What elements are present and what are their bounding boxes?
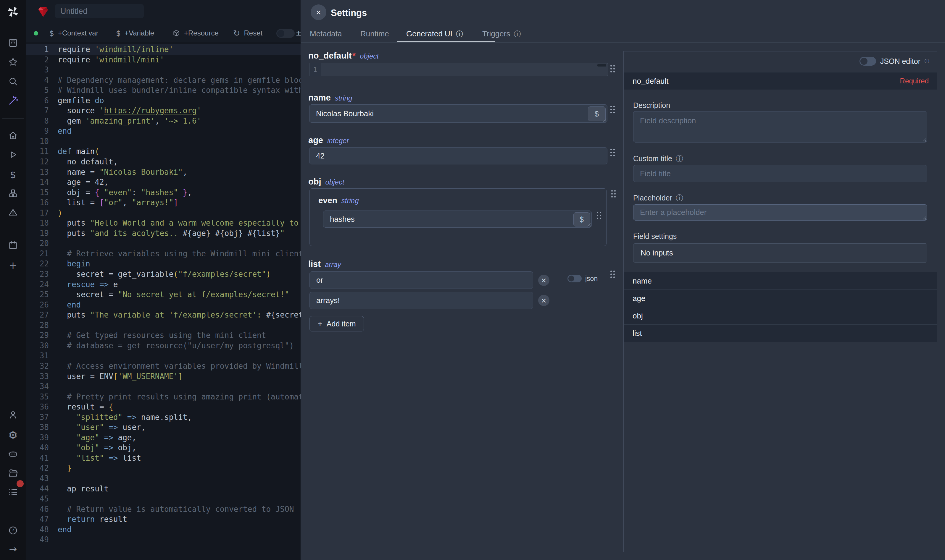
code-line[interactable]: 40 "obj" => obj,	[26, 443, 301, 453]
code-line[interactable]: 30 # database = get_resource("u/user/my_…	[26, 341, 301, 351]
resize-handle[interactable]	[586, 222, 591, 227]
json-toggle[interactable]	[567, 275, 582, 282]
tab-metadata[interactable]: Metadata	[310, 26, 342, 42]
mini-editor-scrollbar[interactable]	[597, 64, 606, 66]
code-line[interactable]: 16 list = ["or", "arrays!"]	[26, 197, 301, 208]
name-input[interactable]	[309, 105, 607, 123]
star-icon[interactable]	[0, 57, 26, 67]
field-row-age[interactable]: age	[624, 290, 937, 307]
field-row-list[interactable]: list	[624, 325, 937, 342]
code-line[interactable]: 46 # Return value is automatically conve…	[26, 504, 301, 514]
tab-runtime[interactable]: Runtime	[360, 26, 389, 42]
code-line[interactable]: 43	[26, 473, 301, 484]
code-line[interactable]: 47 return result	[26, 514, 301, 525]
even-input[interactable]	[323, 211, 592, 228]
code-line[interactable]: 15 obj = { "even": "hashes" },	[26, 188, 301, 198]
code-line[interactable]: 38 "user" => user,	[26, 422, 301, 432]
play-icon[interactable]	[0, 149, 26, 160]
code-line[interactable]: 29 # Get typed resources using the mini …	[26, 330, 301, 341]
code-line[interactable]: 8 gem 'amazing_print', '~> 1.6'	[26, 116, 301, 126]
code-line[interactable]: 10	[26, 136, 301, 147]
add-context-var-button[interactable]: $ +Context var	[49, 24, 99, 42]
code-line[interactable]: 1require 'windmill/inline'	[26, 45, 301, 55]
drag-handle[interactable]	[610, 149, 615, 156]
code-line[interactable]: 6gemfile do	[26, 95, 301, 106]
code-line[interactable]: 7 source 'https://rubygems.org'	[26, 106, 301, 116]
field-row-obj[interactable]: obj	[624, 307, 937, 325]
placeholder-input[interactable]	[633, 204, 927, 221]
code-line[interactable]: 45	[26, 494, 301, 504]
code-line[interactable]: 19 puts "and its acolytes.. #{age} #{obj…	[26, 228, 301, 238]
arrow-right-icon[interactable]: →	[0, 543, 26, 555]
user-icon[interactable]	[0, 410, 26, 420]
drag-handle[interactable]	[597, 212, 601, 219]
building-icon[interactable]	[0, 38, 26, 48]
home-icon[interactable]	[0, 131, 26, 140]
folder-icon[interactable]	[0, 468, 26, 478]
selected-field-row[interactable]: no_default Required	[624, 72, 937, 90]
gear-icon[interactable]: ⚙	[0, 429, 26, 441]
code-line[interactable]: 12 no_default,	[26, 157, 301, 167]
tab-triggers[interactable]: Triggers ⓘ	[482, 26, 521, 42]
tab-generated-ui[interactable]: Generated UI ⓘ	[406, 26, 463, 42]
code-line[interactable]: 18 puts "Hello World and a warm welcome …	[26, 218, 301, 228]
drag-handle[interactable]	[610, 106, 615, 113]
code-line[interactable]: 21 # Retrieve variables using the Windmi…	[26, 249, 301, 259]
magic-wand-icon[interactable]	[0, 95, 26, 106]
code-line[interactable]: 20	[26, 238, 301, 249]
code-editor[interactable]: 1require 'windmill/inline'2require 'wind…	[26, 42, 301, 560]
help-icon[interactable]: ?	[0, 525, 26, 535]
field-settings-select[interactable]: No inputs	[633, 243, 927, 263]
code-line[interactable]: 27 puts "The variable at 'f/examples/sec…	[26, 310, 301, 320]
no-default-json-editor[interactable]: 1	[309, 63, 608, 76]
diff-toggle[interactable]	[276, 29, 295, 38]
remove-item-button[interactable]: ×	[538, 275, 549, 286]
resize-handle[interactable]	[922, 137, 927, 142]
cubes-icon[interactable]	[0, 188, 26, 198]
code-line[interactable]: 28	[26, 320, 301, 331]
robot-icon[interactable]	[0, 449, 26, 459]
list-item-0-input[interactable]	[310, 271, 533, 289]
description-textarea[interactable]	[633, 111, 927, 143]
reset-button[interactable]: ↻ Reset	[233, 24, 262, 42]
code-line[interactable]: 35 # Pretty print results using amazing_…	[26, 392, 301, 402]
age-input[interactable]	[309, 147, 607, 165]
pyramid-icon[interactable]	[0, 208, 26, 218]
resize-handle[interactable]	[602, 117, 606, 122]
code-line[interactable]: 48end	[26, 525, 301, 535]
code-line[interactable]: 4# Dependency management: declare gems i…	[26, 75, 301, 85]
search-icon[interactable]	[0, 76, 26, 86]
drag-handle[interactable]	[611, 190, 616, 197]
code-line[interactable]: 9end	[26, 126, 301, 136]
code-line[interactable]: 41 "list" => list	[26, 453, 301, 463]
code-line[interactable]: 22 begin	[26, 259, 301, 269]
code-line[interactable]: 3	[26, 65, 301, 75]
code-line[interactable]: 39 "age" => age,	[26, 432, 301, 443]
code-line[interactable]: 37 "splitted" => name.split,	[26, 412, 301, 423]
script-title-input[interactable]	[55, 4, 144, 18]
code-line[interactable]: 26 end	[26, 300, 301, 310]
add-resource-button[interactable]: +Resource	[173, 24, 219, 42]
drag-handle[interactable]	[610, 65, 615, 72]
code-line[interactable]: 36 result = {	[26, 402, 301, 412]
close-icon[interactable]: ×	[311, 5, 326, 20]
add-variable-button[interactable]: $ +Variable	[116, 24, 154, 42]
remove-item-button[interactable]: ×	[538, 295, 549, 306]
code-line[interactable]: 24 rescue => e	[26, 279, 301, 290]
code-line[interactable]: 34	[26, 382, 301, 392]
code-line[interactable]: 13 name = "Nicolas Bourbaki",	[26, 167, 301, 177]
code-line[interactable]: 44 ap result	[26, 484, 301, 494]
code-line[interactable]: 11def main(	[26, 146, 301, 157]
custom-title-input[interactable]	[633, 165, 927, 182]
plus-icon[interactable]: +	[0, 259, 26, 271]
calendar-icon[interactable]	[0, 240, 26, 250]
code-line[interactable]: 23 secret = get_variable("f/examples/sec…	[26, 269, 301, 279]
code-line[interactable]: 14 age = 42,	[26, 177, 301, 188]
add-item-button[interactable]: + Add item	[310, 316, 364, 331]
drag-handle[interactable]	[610, 271, 615, 278]
code-line[interactable]: 32 # Access environment variables provid…	[26, 361, 301, 371]
field-row-name[interactable]: name	[624, 272, 937, 290]
code-line[interactable]: 25 secret = "No secret yet at f/examples…	[26, 289, 301, 300]
code-line[interactable]: 31	[26, 351, 301, 361]
dollar-icon[interactable]: $	[0, 169, 26, 180]
